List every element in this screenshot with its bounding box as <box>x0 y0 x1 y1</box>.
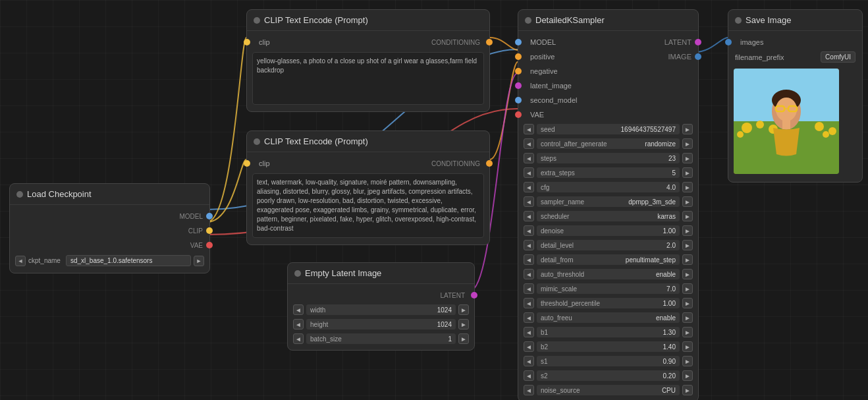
extra-steps-track[interactable]: extra_steps 5 <box>537 167 680 178</box>
b1-row: ◄ b1 1.30 ► <box>518 325 698 339</box>
sampler-increase[interactable]: ► <box>682 196 693 207</box>
ckpt-value[interactable]: sd_xl_base_1.0.safetensors <box>66 255 191 266</box>
detail-level-decrease[interactable]: ◄ <box>524 240 534 250</box>
seed-track[interactable]: seed 169464375527497 <box>537 124 680 134</box>
s2-track[interactable]: s2 0.20 <box>537 370 680 381</box>
s1-decrease[interactable]: ◄ <box>524 356 534 366</box>
mimic-scale-decrease[interactable]: ◄ <box>524 283 534 294</box>
model-output-row: MODEL <box>10 209 209 223</box>
filename-prefix-value[interactable]: ComfyUI <box>821 51 855 63</box>
height-decrease-btn[interactable]: ◄ <box>293 319 304 329</box>
ckpt-prev-btn[interactable]: ◄ <box>15 256 26 266</box>
conditioning-output-port-2[interactable] <box>486 160 493 167</box>
clip-encode-1-header: CLIP Text Encode (Prompt) <box>247 10 489 31</box>
extra-steps-increase[interactable]: ► <box>682 167 693 178</box>
width-decrease-btn[interactable]: ◄ <box>293 304 304 315</box>
auto-freeu-decrease[interactable]: ◄ <box>524 312 534 323</box>
batch-increase-btn[interactable]: ► <box>458 333 469 344</box>
b1-increase[interactable]: ► <box>682 327 693 337</box>
auto-freeu-increase[interactable]: ► <box>682 312 693 323</box>
height-increase-btn[interactable]: ► <box>458 319 469 329</box>
negative-input-port[interactable] <box>515 68 522 74</box>
svg-point-7 <box>828 127 836 135</box>
steps-decrease[interactable]: ◄ <box>524 153 534 163</box>
b1-decrease[interactable]: ◄ <box>524 327 534 337</box>
batch-track[interactable]: batch_size 1 <box>306 333 456 344</box>
model-input-port[interactable] <box>515 39 522 45</box>
auto-threshold-track[interactable]: auto_threshold enable <box>537 269 680 279</box>
auto-threshold-increase[interactable]: ► <box>682 269 693 279</box>
steps-increase[interactable]: ► <box>682 153 693 163</box>
empty-latent-body: LATENT ◄ width 1024 ► ◄ height 1024 ► <box>288 284 474 350</box>
image-out-port[interactable] <box>695 53 701 60</box>
images-input-port[interactable] <box>725 39 732 45</box>
positive-input-port[interactable] <box>515 53 522 60</box>
ksampler-node: DetailedKSampler MODEL LATENT positive I… <box>518 9 699 400</box>
cfg-increase[interactable]: ► <box>682 182 693 192</box>
seed-increase[interactable]: ► <box>682 124 693 134</box>
s1-increase[interactable]: ► <box>682 356 693 366</box>
s2-decrease[interactable]: ◄ <box>524 370 534 381</box>
steps-track[interactable]: steps 23 <box>537 153 680 163</box>
detail-level-track[interactable]: detail_level 2.0 <box>537 240 680 250</box>
noise-source-track[interactable]: noise_source CPU <box>537 385 680 395</box>
second-model-input-port[interactable] <box>515 97 522 103</box>
batch-decrease-btn[interactable]: ◄ <box>293 333 304 344</box>
detail-from-row: ◄ detail_from penultimate_step ► <box>518 252 698 267</box>
mimic-scale-increase[interactable]: ► <box>682 283 693 294</box>
vae-input-port[interactable] <box>515 111 522 118</box>
s1-track[interactable]: s1 0.90 <box>537 356 680 366</box>
second-model-input-row: second_model <box>518 93 698 107</box>
clip-input-port[interactable] <box>244 39 250 45</box>
s2-increase[interactable]: ► <box>682 370 693 381</box>
threshold-percentile-decrease[interactable]: ◄ <box>524 298 534 308</box>
conditioning-output-port[interactable] <box>486 39 493 45</box>
height-track[interactable]: height 1024 <box>306 319 456 329</box>
clip-encode-2-header: CLIP Text Encode (Prompt) <box>247 131 489 152</box>
denoise-increase[interactable]: ► <box>682 225 693 236</box>
noise-source-decrease[interactable]: ◄ <box>524 385 534 395</box>
vae-output-port[interactable] <box>206 242 213 248</box>
auto-threshold-decrease[interactable]: ◄ <box>524 269 534 279</box>
auto-freeu-track[interactable]: auto_freeu enable <box>537 312 680 323</box>
cfg-track[interactable]: cfg 4.0 <box>537 182 680 192</box>
scheduler-increase[interactable]: ► <box>682 211 693 221</box>
noise-source-increase[interactable]: ► <box>682 385 693 395</box>
b1-track[interactable]: b1 1.30 <box>537 327 680 337</box>
detail-level-increase[interactable]: ► <box>682 240 693 250</box>
detail-from-decrease[interactable]: ◄ <box>524 254 534 265</box>
scheduler-track[interactable]: scheduler karras <box>537 211 680 221</box>
b2-decrease[interactable]: ◄ <box>524 341 534 352</box>
detail-from-increase[interactable]: ► <box>682 254 693 265</box>
clip-output-port[interactable] <box>206 227 213 234</box>
width-track[interactable]: width 1024 <box>306 304 456 315</box>
sampler-decrease[interactable]: ◄ <box>524 196 534 207</box>
clip-encode-2-node: CLIP Text Encode (Prompt) clip CONDITION… <box>246 130 490 245</box>
detail-from-track[interactable]: detail_from penultimate_step <box>537 254 680 265</box>
prompt-text-2[interactable]: text, watermark, low-quality, signature,… <box>252 173 484 238</box>
scheduler-decrease[interactable]: ◄ <box>524 211 534 221</box>
latent-image-input-port[interactable] <box>515 82 522 89</box>
mimic-scale-track[interactable]: mimic_scale 7.0 <box>537 283 680 294</box>
extra-steps-decrease[interactable]: ◄ <box>524 167 534 178</box>
seed-decrease[interactable]: ◄ <box>524 124 534 134</box>
ckpt-next-btn[interactable]: ► <box>194 256 204 266</box>
cag-decrease[interactable]: ◄ <box>524 138 534 149</box>
width-increase-btn[interactable]: ► <box>458 304 469 315</box>
threshold-percentile-increase[interactable]: ► <box>682 298 693 308</box>
denoise-decrease[interactable]: ◄ <box>524 225 534 236</box>
b2-increase[interactable]: ► <box>682 341 693 352</box>
cag-track[interactable]: control_after_generate randomize <box>537 138 680 149</box>
model-output-port[interactable] <box>206 213 213 219</box>
latent-output-port[interactable] <box>471 292 477 299</box>
sampler-track[interactable]: sampler_name dpmpp_3m_sde <box>537 196 680 207</box>
b2-track[interactable]: b2 1.40 <box>537 341 680 352</box>
threshold-percentile-track[interactable]: threshold_percentile 1.00 <box>537 298 680 308</box>
cfg-decrease[interactable]: ◄ <box>524 182 534 192</box>
prompt-text-1[interactable]: yellow-glasses, a photo of a close up sh… <box>252 52 484 105</box>
latent-out-port[interactable] <box>695 39 701 45</box>
denoise-track[interactable]: denoise 1.00 <box>537 225 680 236</box>
thumbnail-svg <box>734 69 839 174</box>
clip-input-port-2[interactable] <box>244 160 250 167</box>
cag-increase[interactable]: ► <box>682 138 693 149</box>
